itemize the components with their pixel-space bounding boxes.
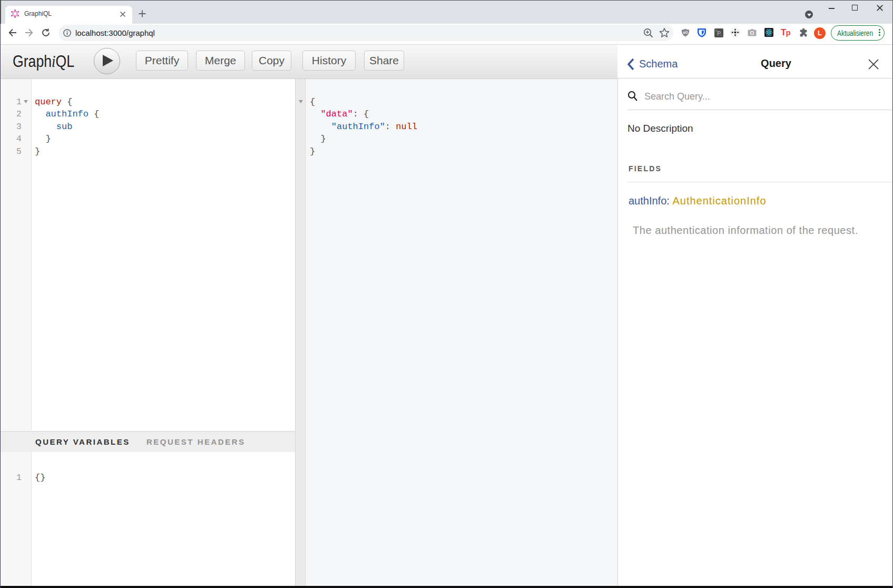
svg-text:uO: uO [683, 31, 688, 34]
svg-text:P: P [717, 30, 721, 36]
